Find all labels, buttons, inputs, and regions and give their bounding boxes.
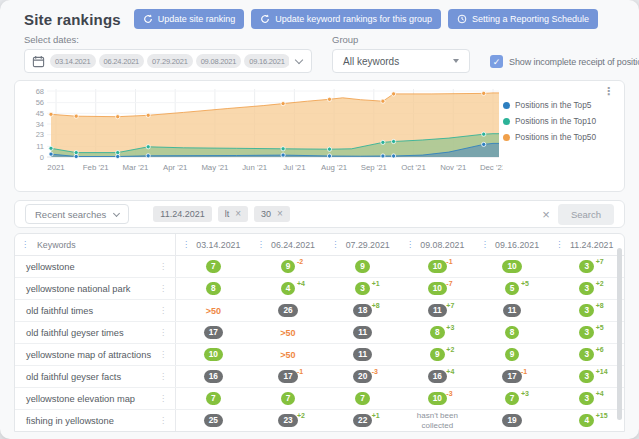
position-cell: 11 bbox=[325, 344, 400, 365]
position-cell: 4+4 bbox=[251, 278, 326, 299]
table-row[interactable]: yellowstone⋮79-2910-1103+7 bbox=[15, 256, 624, 278]
not-collected-note: hasn't been collected bbox=[401, 411, 473, 431]
table-row[interactable]: yellowstone national park⋮84+43+110-75+5… bbox=[15, 278, 624, 300]
position-change: +2 bbox=[297, 412, 305, 419]
clear-search-icon[interactable]: × bbox=[534, 208, 558, 221]
page-header: Site rankings Update site rankingUpdate … bbox=[0, 0, 639, 29]
column-drag-icon[interactable]: ⋮ bbox=[406, 241, 414, 249]
column-drag-icon[interactable]: ⋮ bbox=[481, 241, 489, 249]
search-button[interactable]: Search bbox=[558, 204, 614, 225]
position-cell: 10 bbox=[176, 344, 251, 365]
chevron-down-icon bbox=[113, 209, 120, 216]
column-drag-icon[interactable]: ⋮ bbox=[555, 241, 563, 249]
keyword-cell[interactable]: fishing in yellowstone⋮ bbox=[15, 410, 176, 431]
position-cell: 7 bbox=[251, 388, 326, 409]
search-filter-chip[interactable]: lt× bbox=[218, 206, 248, 222]
keyword-cell[interactable]: yellowstone elevation map⋮ bbox=[15, 388, 176, 409]
position-badge: 18 bbox=[353, 304, 372, 317]
column-drag-icon[interactable]: ⋮ bbox=[331, 241, 339, 249]
date-chip[interactable]: 06.24.2021 bbox=[99, 54, 145, 68]
keyword-cell[interactable]: yellowstone national park⋮ bbox=[15, 278, 176, 299]
show-incomplete-label[interactable]: Show incomplete receipt of positions bbox=[509, 57, 639, 67]
column-drag-icon[interactable]: ⋮ bbox=[182, 241, 190, 249]
group-label: Group bbox=[332, 34, 470, 45]
row-menu-icon[interactable]: ⋮ bbox=[159, 350, 167, 359]
row-menu-icon[interactable]: ⋮ bbox=[159, 394, 167, 403]
table-row[interactable]: yellowstone elevation map⋮77710-37+33+4 bbox=[15, 388, 624, 410]
position-badge: 4 bbox=[579, 414, 594, 427]
position-cell: 7+3 bbox=[475, 388, 550, 409]
position-cell: 25 bbox=[176, 410, 251, 431]
column-header-03.14.2021[interactable]: ⋮03.14.2021 bbox=[176, 240, 251, 250]
group-select-value: All keywords bbox=[343, 56, 399, 67]
legend-label: Positions in the Top50 bbox=[515, 132, 596, 142]
column-header-keywords[interactable]: ⋮Keywords bbox=[15, 234, 176, 255]
position-cell: 16+4 bbox=[400, 366, 475, 387]
header-button[interactable]: Update site ranking bbox=[134, 9, 245, 29]
row-menu-icon[interactable]: ⋮ bbox=[159, 372, 167, 381]
column-drag-icon[interactable]: ⋮ bbox=[257, 241, 265, 249]
keyword-cell[interactable]: old faithful times⋮ bbox=[15, 300, 176, 321]
table-row[interactable]: old faithful geyser times⋮17>50118+383+5 bbox=[15, 322, 624, 344]
group-select[interactable]: All keywords bbox=[332, 49, 470, 73]
column-header-06.24.2021[interactable]: ⋮06.24.2021 bbox=[251, 240, 326, 250]
position-badge: 19 bbox=[502, 414, 521, 427]
row-menu-icon[interactable]: ⋮ bbox=[159, 306, 167, 315]
table-row[interactable]: yellowstone map of attractions⋮10>50119+… bbox=[15, 344, 624, 366]
position-change: +1 bbox=[372, 280, 380, 287]
search-filter-chip[interactable]: 30× bbox=[254, 206, 290, 222]
search-filter-chip[interactable]: 11.24.2021 bbox=[153, 206, 211, 222]
legend-item[interactable]: Positions in the Top5 bbox=[503, 100, 609, 110]
position-badge: 9 bbox=[430, 348, 445, 361]
position-cell: 9 bbox=[325, 256, 400, 277]
position-change: +6 bbox=[596, 346, 604, 353]
keyword-cell[interactable]: yellowstone map of attractions⋮ bbox=[15, 344, 176, 365]
row-menu-icon[interactable]: ⋮ bbox=[159, 284, 167, 293]
table-row[interactable]: old faithful times⋮>502618+811+7113+8 bbox=[15, 300, 624, 322]
position-badge: 4 bbox=[281, 282, 296, 295]
chart-menu-icon[interactable]: ⋮ bbox=[603, 86, 614, 97]
date-chip[interactable]: 03.14.2021 bbox=[50, 54, 96, 68]
search-filter-chip-label: lt bbox=[225, 209, 230, 219]
column-drag-icon[interactable]: ⋮ bbox=[21, 241, 29, 249]
date-chip[interactable]: 09.16.2021 bbox=[244, 54, 289, 68]
header-button-label: Setting a Reporting Schedule bbox=[472, 14, 589, 24]
keyword-label: old faithful geyser facts bbox=[26, 372, 121, 382]
table-row[interactable]: fishing in yellowstone⋮2523+222+1hasn't … bbox=[15, 410, 624, 432]
vertical-scrollbar[interactable] bbox=[617, 248, 622, 420]
legend-item[interactable]: Positions in the Top50 bbox=[503, 132, 609, 142]
row-menu-icon[interactable]: ⋮ bbox=[159, 416, 167, 425]
date-selector[interactable]: 03.14.202106.24.202107.29.202109.08.2021… bbox=[24, 49, 312, 73]
legend-item[interactable]: Positions in the Top10 bbox=[503, 116, 609, 126]
rankings-table: ⋮Keywords⋮03.14.2021⋮06.24.2021⋮07.29.20… bbox=[14, 233, 625, 432]
position-badge: 5 bbox=[505, 282, 520, 295]
table-row[interactable]: old faithful geyser facts⋮1617-120-316+4… bbox=[15, 366, 624, 388]
column-header-07.29.2021[interactable]: ⋮07.29.2021 bbox=[325, 240, 400, 250]
keyword-cell[interactable]: old faithful geyser times⋮ bbox=[15, 322, 176, 343]
position-cell: 8 bbox=[475, 322, 550, 343]
column-header-09.08.2021[interactable]: ⋮09.08.2021 bbox=[400, 240, 475, 250]
remove-chip-icon[interactable]: × bbox=[235, 210, 241, 218]
date-chip[interactable]: 07.29.2021 bbox=[147, 54, 193, 68]
position-cell: 10-1 bbox=[400, 256, 475, 277]
chevron-down-icon[interactable] bbox=[295, 55, 303, 63]
keyword-label: old faithful times bbox=[26, 306, 93, 316]
header-button[interactable]: Update keyword rankings for this group bbox=[251, 9, 441, 29]
date-chip[interactable]: 09.08.2021 bbox=[196, 54, 242, 68]
column-header-11.24.2021[interactable]: ⋮11.24.2021 bbox=[549, 240, 624, 250]
position-change: +2 bbox=[596, 280, 604, 287]
recent-searches-dropdown[interactable]: Recent searches bbox=[25, 204, 129, 224]
position-change: -1 bbox=[446, 258, 452, 265]
header-button[interactable]: Setting a Reporting Schedule bbox=[448, 9, 598, 29]
remove-chip-icon[interactable]: × bbox=[277, 210, 283, 218]
show-incomplete-checkbox[interactable]: ✓ bbox=[490, 55, 503, 68]
position-change: +1 bbox=[372, 412, 380, 419]
position-cell: 10-3 bbox=[400, 388, 475, 409]
keyword-cell[interactable]: old faithful geyser facts⋮ bbox=[15, 366, 176, 387]
column-header-09.16.2021[interactable]: ⋮09.16.2021 bbox=[475, 240, 550, 250]
search-bar: Recent searches 11.24.2021lt×30× × Searc… bbox=[14, 200, 625, 228]
keyword-cell[interactable]: yellowstone⋮ bbox=[15, 256, 176, 277]
position-cell: 3+7 bbox=[549, 256, 624, 277]
row-menu-icon[interactable]: ⋮ bbox=[159, 262, 167, 271]
row-menu-icon[interactable]: ⋮ bbox=[159, 328, 167, 337]
